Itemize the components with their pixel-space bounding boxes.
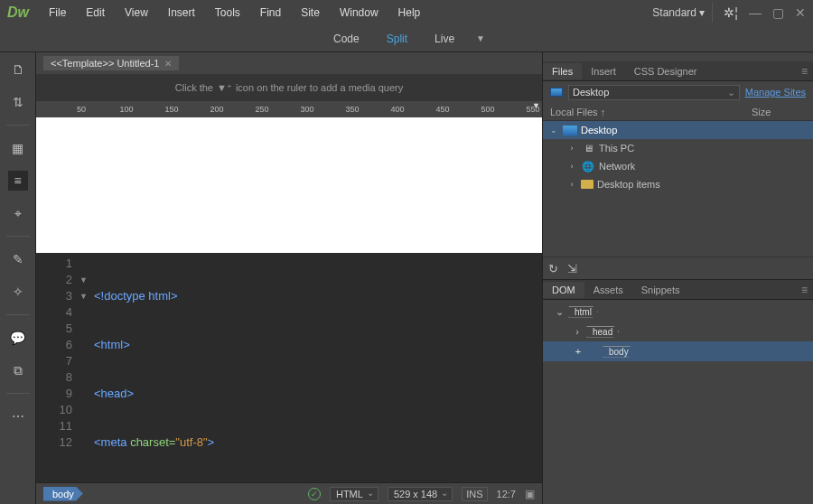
panel-tab-css-designer[interactable]: CSS Designer [625,63,706,79]
menu-view[interactable]: View [116,3,157,23]
menu-insert[interactable]: Insert [159,3,204,23]
manage-sites-link[interactable]: Manage Sites [745,87,806,98]
files-columns[interactable]: Local Files ↑ Size [543,103,813,121]
view-split[interactable]: Split [381,30,413,48]
folder-icon [581,180,593,189]
sync-settings-icon[interactable]: ✲¦ [724,5,738,20]
cursor-position: 12:7 [497,489,516,499]
validation-ok-icon[interactable]: ✓ [308,488,321,500]
panel-tab-snippets[interactable]: Snippets [632,282,689,298]
expand-icon[interactable]: › [566,162,577,171]
menu-help[interactable]: Help [389,3,430,23]
refresh-icon[interactable]: ↻ [548,262,558,275]
net-icon [581,160,595,173]
dom-tag[interactable]: body [603,346,635,358]
dom-tag[interactable]: head [586,326,619,338]
expand-icon[interactable]: ⌄ [554,306,565,318]
effects-icon[interactable]: ✧ [8,282,28,302]
workspace-switcher[interactable]: Standard ▾ [645,3,713,23]
panel-menu-icon[interactable]: ≡ [796,65,813,78]
tree-row[interactable]: ›Desktop items [543,175,813,193]
menu-edit[interactable]: Edit [77,3,114,23]
maximize-icon[interactable]: ▢ [772,5,784,20]
files-tree[interactable]: ⌄Desktop›This PC›Network›Desktop items [543,121,813,193]
tree-row[interactable]: ›This PC [543,139,813,157]
more-icon[interactable]: ⋯ [8,406,28,426]
collapse-icon[interactable]: ⇲ [567,262,577,275]
menu-tools[interactable]: Tools [206,3,249,23]
panel-tab-assets[interactable]: Assets [584,282,632,298]
snippet-icon[interactable]: ⧉ [8,360,28,380]
panel-tab-files[interactable]: Files [543,63,582,79]
wand-icon[interactable]: ✎ [8,249,28,269]
arrange-icon[interactable]: ⇅ [8,92,28,112]
dom-row[interactable]: ›head [543,322,813,341]
expand-icon[interactable]: › [566,180,577,189]
document-tabs: <<Template>> Untitled-1 ✕ [36,52,542,74]
desktop-icon [563,126,577,135]
dimensions-select[interactable]: 529 x 148 [388,487,453,501]
menu-file[interactable]: File [40,3,75,23]
app-topbar: Dw FileEditViewInsertToolsFindSiteWindow… [0,0,813,25]
close-icon[interactable]: ✕ [795,5,806,20]
dom-tag[interactable]: html [568,306,598,318]
dom-tree[interactable]: ⌄html›head+body [543,300,813,361]
panel-menu-icon[interactable]: ≡ [796,284,813,296]
panel-toolbar: ↻ ⇲ [543,257,813,280]
view-code[interactable]: Code [328,30,365,48]
status-bar: body ✓ HTML 529 x 148 INS 12:7 ▣ [36,482,542,504]
code-lines[interactable]: <!doctype html> <html> <head> <meta char… [94,253,542,482]
pc-icon [581,142,595,154]
tree-row[interactable]: ⌄Desktop [543,121,813,139]
fold-gutter[interactable]: ▼▼ [79,253,94,482]
menu-find[interactable]: Find [251,3,290,23]
file-icon[interactable]: 🗋 [8,60,28,79]
right-panels: FilesInsertCSS Designer≡ Desktop ⌄ Manag… [542,52,813,504]
view-live[interactable]: Live [429,30,460,48]
grid-icon[interactable]: ▦ [8,138,28,158]
list-icon[interactable]: ≡ [8,171,28,191]
language-select[interactable]: HTML [330,487,378,501]
app-logo: Dw [7,5,29,21]
minimize-icon[interactable]: — [749,5,762,20]
close-tab-icon[interactable]: ✕ [164,59,172,69]
dom-row[interactable]: ⌄html [543,302,813,322]
chevron-down-icon[interactable]: ▼ [476,33,485,43]
media-query-hint: Click the ▼⁺ icon on the ruler to add a … [36,74,542,101]
comment-icon[interactable]: 💬 [8,328,28,348]
expand-icon[interactable]: › [572,326,583,337]
disk-icon [550,88,563,97]
expand-icon[interactable]: › [566,144,577,153]
insert-mode[interactable]: INS [462,487,487,501]
tree-row[interactable]: ›Network [543,157,813,175]
overflow-icon[interactable]: ▣ [525,488,535,500]
document-tab-label: <<Template>> Untitled-1 [51,58,159,69]
line-gutter: 123456789101112 [36,253,79,482]
target-icon[interactable]: ⌖ [8,203,28,223]
site-selector[interactable]: Desktop ⌄ [568,85,740,100]
add-element-icon[interactable]: + [572,346,584,357]
dom-row[interactable]: +body [543,341,813,361]
panel-tabs-top: FilesInsertCSS Designer≡ [543,61,813,81]
tag-crumb[interactable]: body [43,487,83,501]
panel-tab-dom[interactable]: DOM [543,282,584,298]
main-menu: FileEditViewInsertToolsFindSiteWindowHel… [40,3,429,23]
ruler[interactable]: ▼ 50100150200250300350400450500550 [36,101,542,117]
panel-tabs-bottom: DOMAssetsSnippets≡ [543,280,813,300]
panel-tab-insert[interactable]: Insert [582,63,625,79]
live-canvas[interactable] [36,117,542,253]
expand-icon[interactable]: ⌄ [548,126,559,135]
menu-window[interactable]: Window [331,3,388,23]
view-mode-bar: Code Split Live ▼ [0,25,813,52]
code-editor[interactable]: 123456789101112 ▼▼ <!doctype html> <html… [36,253,542,482]
menu-site[interactable]: Site [292,3,329,23]
add-media-query-icon[interactable]: ▼⁺ [217,82,232,94]
left-toolbar: 🗋 ⇅ ▦ ≡ ⌖ ✎ ✧ 💬 ⧉ ⋯ [0,52,36,504]
document-tab[interactable]: <<Template>> Untitled-1 ✕ [43,56,179,70]
